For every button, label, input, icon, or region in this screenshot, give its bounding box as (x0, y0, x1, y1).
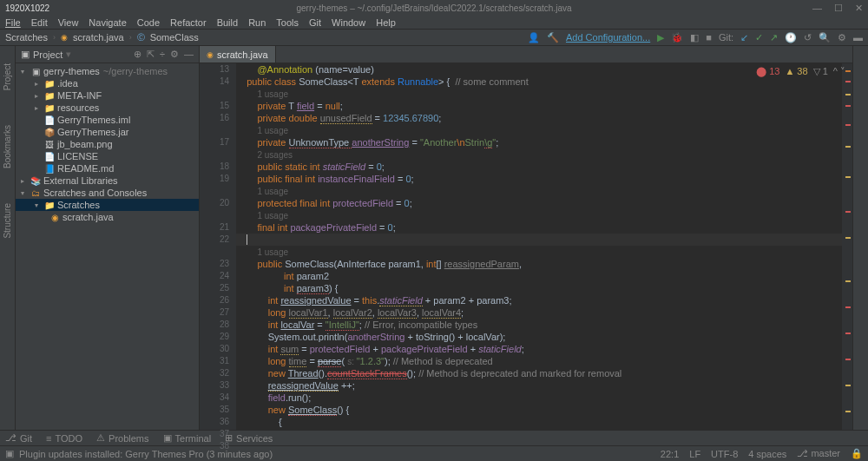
collapse-icon[interactable]: ÷ (160, 49, 165, 60)
java-icon: ◉ (207, 50, 214, 59)
bottom-tool-bar: ⎇Git ≡TODO ⚠Problems ▣Terminal ⊞Services (0, 430, 868, 445)
menu-help[interactable]: Help (376, 17, 396, 28)
hide-icon[interactable]: — (184, 49, 194, 60)
run-icon[interactable]: ▶ (657, 32, 664, 43)
tab-scratch[interactable]: ◉ scratch.java (200, 46, 276, 63)
menu-tools[interactable]: Tools (276, 17, 299, 28)
close-icon[interactable]: ✕ (855, 3, 863, 14)
tree-iml[interactable]: 📄GerryThemes.iml (16, 114, 199, 126)
tool-structure[interactable]: Structure (3, 203, 12, 239)
editor-tabs: ◉ scratch.java (200, 46, 852, 63)
tool-project[interactable]: Project (3, 63, 12, 90)
left-tool-strip: Project Bookmarks Structure (0, 46, 16, 430)
git-push-icon[interactable]: ↗ (770, 32, 778, 43)
tree-license[interactable]: 📄LICENSE (16, 150, 199, 162)
expand-icon[interactable]: ⇱ (147, 49, 155, 60)
gutter[interactable]: 131415 1617 181920 2122 23242526 2728293… (200, 63, 236, 430)
tree-idea[interactable]: ▸📁.idea (16, 77, 199, 89)
status-message: Plugin updates installed: Gerry Themes P… (19, 449, 273, 459)
tree-external[interactable]: ▸📚External Libraries (16, 175, 199, 187)
menu-run[interactable]: Run (248, 17, 266, 28)
maximize-icon[interactable]: ☐ (834, 3, 843, 14)
editor-area: ◉ scratch.java ⬤ 13 ▲ 38 ▽ 1 ^ ˅ 131415 … (200, 46, 852, 430)
build-icon[interactable]: 🔨 (547, 32, 559, 43)
tree-readme[interactable]: 📘README.md (16, 162, 199, 175)
error-stripe[interactable] (842, 63, 852, 430)
search-icon[interactable]: 🔍 (819, 32, 831, 43)
chevron-down-icon[interactable]: ▾ (66, 49, 71, 60)
folder-icon: ▣ (21, 49, 30, 60)
status-branch[interactable]: ⎇ master (797, 448, 840, 459)
tool-git[interactable]: ⎇Git (5, 432, 32, 444)
menu-code[interactable]: Code (137, 17, 160, 28)
menu-build[interactable]: Build (217, 17, 238, 28)
tool-windows-icon[interactable]: ▣ (5, 448, 14, 459)
tree-resources[interactable]: ▸📁resources (16, 102, 199, 114)
tool-services[interactable]: ⊞Services (225, 432, 273, 444)
tool-todo[interactable]: ≡TODO (46, 433, 82, 444)
menu-refactor[interactable]: Refactor (170, 17, 207, 28)
tree-root[interactable]: ▾▣gerry-themes~/gerry-themes (16, 65, 199, 77)
stop-icon[interactable]: ■ (706, 32, 712, 43)
tool-problems[interactable]: ⚠Problems (96, 432, 148, 444)
status-position[interactable]: 22:1 (661, 449, 679, 459)
git-update-icon[interactable]: ↙ (740, 32, 748, 43)
debug-icon[interactable]: 🐞 (671, 32, 683, 43)
tool-bookmarks[interactable]: Bookmarks (3, 125, 12, 168)
title-bar: 1920X1022 gerry-themes – ~/.config/JetBr… (0, 0, 868, 16)
git-label: Git: (719, 32, 733, 43)
git-history-icon[interactable]: 🕐 (785, 32, 797, 43)
java-icon: ◉ (61, 33, 68, 42)
code-editor[interactable]: @Annotation (name=value) public class So… (236, 63, 842, 430)
status-bar: ▣ Plugin updates installed: Gerry Themes… (0, 445, 868, 461)
status-indent[interactable]: 4 spaces (748, 449, 786, 459)
status-line-ending[interactable]: LF (689, 449, 700, 459)
tree-png[interactable]: 🖼jb_beam.png (16, 138, 199, 150)
menu-file[interactable]: File (5, 17, 21, 28)
minimize-icon[interactable]: — (812, 3, 822, 14)
status-encoding[interactable]: UTF-8 (711, 449, 738, 459)
nav-bar: Scratches › ◉ scratch.java › Ⓒ SomeClass… (0, 30, 868, 46)
tree-metainf[interactable]: ▸📁META-INF (16, 89, 199, 102)
menu-window[interactable]: Window (332, 17, 365, 28)
menu-bar: File Edit View Navigate Code Refactor Bu… (0, 16, 868, 30)
menu-git[interactable]: Git (309, 17, 321, 28)
right-tool-strip (852, 46, 868, 430)
menu-navigate[interactable]: Navigate (89, 17, 126, 28)
tree-jar[interactable]: 📦GerryThemes.jar (16, 126, 199, 138)
project-sidebar: ▣ Project ▾ ⊕ ⇱ ÷ ⚙ — ▾▣gerry-themes~/ge… (16, 46, 200, 430)
breadcrumb-root[interactable]: Scratches (5, 32, 48, 43)
class-icon: Ⓒ (137, 32, 145, 43)
locate-icon[interactable]: ⊕ (134, 49, 141, 60)
user-icon[interactable]: 👤 (528, 32, 540, 43)
menu-edit[interactable]: Edit (31, 17, 48, 28)
coverage-icon[interactable]: ◧ (690, 32, 699, 43)
settings-icon[interactable]: ⚙ (170, 49, 179, 60)
add-configuration-button[interactable]: Add Configuration... (566, 32, 650, 43)
git-rollback-icon[interactable]: ↺ (804, 32, 812, 43)
sidebar-title: Project (33, 49, 62, 60)
tree-scratches-consoles[interactable]: ▾🗂Scratches and Consoles (16, 187, 199, 199)
breadcrumb-class[interactable]: SomeClass (150, 32, 199, 43)
inspection-overlay[interactable]: ⬤ 13 ▲ 38 ▽ 1 ^ ˅ (756, 65, 845, 77)
tree-scratch-file[interactable]: ◉scratch.java (16, 211, 199, 223)
breadcrumb: Scratches › ◉ scratch.java › Ⓒ SomeClass (5, 32, 199, 43)
window-dims: 1920X1022 (5, 3, 49, 13)
window-title: gerry-themes – ~/.config/JetBrains/IdeaI… (296, 3, 571, 13)
notification-icon[interactable]: ▬ (853, 32, 863, 43)
gear-icon[interactable]: ⚙ (838, 32, 846, 43)
git-commit-icon[interactable]: ✓ (755, 32, 763, 43)
lock-icon[interactable]: 🔒 (851, 448, 863, 459)
project-tree[interactable]: ▾▣gerry-themes~/gerry-themes ▸📁.idea ▸📁M… (16, 63, 199, 430)
tab-label: scratch.java (217, 49, 268, 60)
breadcrumb-file[interactable]: scratch.java (73, 32, 124, 43)
menu-view[interactable]: View (58, 17, 79, 28)
tree-scratches[interactable]: ▾📁Scratches (16, 199, 199, 211)
